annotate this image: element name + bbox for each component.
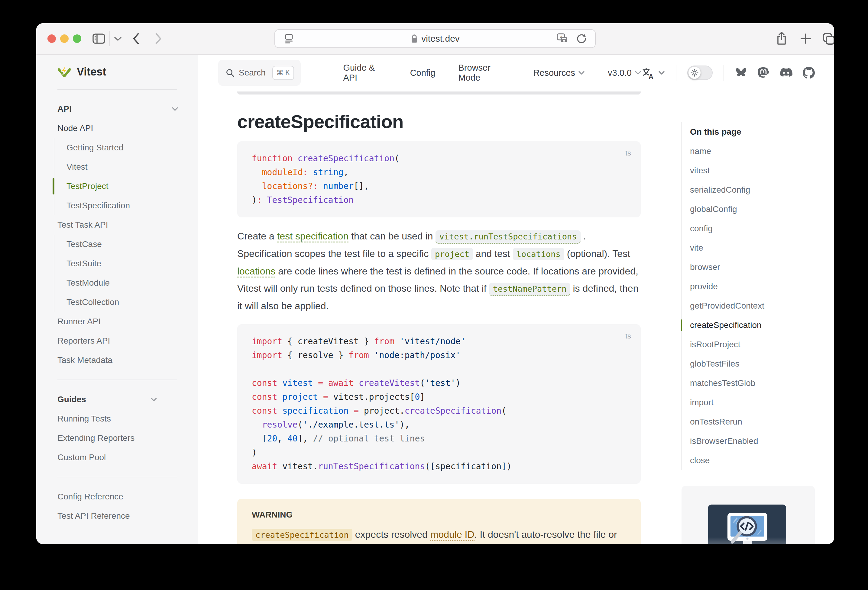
toc-item-close[interactable]: close <box>690 451 820 470</box>
vitest-logo-icon <box>58 65 71 79</box>
sidebar-item-testspecification[interactable]: TestSpecification <box>54 196 198 215</box>
page-title: createSpecification <box>237 111 641 132</box>
sidebar-item-getting-started[interactable]: Getting Started <box>54 138 198 157</box>
code-line: ): TestSpecification <box>252 193 626 207</box>
sidebar-item-testcase[interactable]: TestCase <box>54 235 198 254</box>
toc-item-ontestsrerun[interactable]: onTestsRerun <box>690 412 820 431</box>
warning-title: WARNING <box>252 510 626 520</box>
share-icon[interactable] <box>772 23 791 54</box>
toc-item-isrootproject[interactable]: isRootProject <box>690 335 820 354</box>
sidebar-item-testmodule[interactable]: TestModule <box>54 273 198 293</box>
on-this-page: On this page namevitestserializedConfigg… <box>681 122 820 544</box>
sidebar-item-runner-api[interactable]: Runner API <box>36 312 198 331</box>
doc-link[interactable]: test specification <box>277 231 349 243</box>
back-icon[interactable] <box>128 23 144 54</box>
text-run: (optional). Test <box>564 248 630 259</box>
discord-icon[interactable] <box>779 68 793 78</box>
sidebar-item-testcollection[interactable]: TestCollection <box>54 293 198 312</box>
code-lang-badge: ts <box>625 146 631 160</box>
sidebar-item-running-tests[interactable]: Running Tests <box>58 409 177 428</box>
sidebar-item-custom-pool[interactable]: Custom Pool <box>58 448 177 467</box>
sidebar-item-extending-reporters[interactable]: Extending Reporters <box>58 428 177 448</box>
browser-titlebar: vitest.dev A <box>36 23 834 54</box>
code-line: [20, 40], // optional test lines <box>252 432 626 446</box>
url-text[interactable]: vitest.dev <box>421 34 460 44</box>
nav-link-resources[interactable]: Resources <box>533 68 585 78</box>
bluesky-icon[interactable] <box>735 67 747 78</box>
doc-link[interactable]: module ID <box>430 529 474 541</box>
new-tab-icon[interactable] <box>797 23 815 54</box>
code-line: await vitest.runTestSpecifications([spec… <box>252 459 626 474</box>
nav-link-browser-mode[interactable]: Browser Mode <box>459 63 511 83</box>
sidebar-item-reporters-api[interactable]: Reporters API <box>36 331 198 350</box>
site-logo[interactable]: Vitest <box>58 54 177 90</box>
inline-code-link[interactable]: vitest.runTestSpecifications <box>435 230 580 244</box>
toc-item-browser[interactable]: browser <box>690 257 820 277</box>
theme-toggle[interactable] <box>687 66 713 80</box>
sidebar-item-testsuite[interactable]: TestSuite <box>54 254 198 273</box>
url-bar[interactable]: vitest.dev A <box>275 29 596 48</box>
code-line <box>252 362 626 376</box>
toc-item-matchestestglob[interactable]: matchesTestGlob <box>690 374 820 393</box>
language-icon[interactable]: A <box>641 66 665 79</box>
nav-link-v3-0-0[interactable]: v3.0.0 <box>608 68 641 78</box>
inline-code: createSpecification <box>252 529 353 541</box>
nav-link-guide-api[interactable]: Guide & API <box>343 63 387 83</box>
traffic-lights <box>47 34 81 43</box>
inline-code-link[interactable]: testNamePattern <box>489 282 570 296</box>
toc-item-provide[interactable]: provide <box>690 277 820 296</box>
text-run: Create a <box>237 231 277 241</box>
sidebar-item-vitest[interactable]: Vitest <box>54 157 198 177</box>
forward-icon[interactable] <box>151 23 166 54</box>
mastodon-icon[interactable] <box>757 67 769 79</box>
code-line: function createSpecification( <box>252 152 626 165</box>
sidebar-chevron-down-icon[interactable] <box>112 23 124 54</box>
sidebar-item-config-reference[interactable]: Config Reference <box>58 487 177 506</box>
tabs-icon[interactable] <box>820 23 834 54</box>
code-block-signature[interactable]: ts function createSpecification( moduleI… <box>237 141 641 218</box>
close-window-button[interactable] <box>47 34 56 43</box>
toc-item-globtestfiles[interactable]: globTestFiles <box>690 354 820 374</box>
sidebar-item-test-api-reference[interactable]: Test API Reference <box>58 506 177 526</box>
minimize-window-button[interactable] <box>60 34 69 43</box>
toc-item-vitest[interactable]: vitest <box>690 161 820 180</box>
toc-item-name[interactable]: name <box>690 141 820 161</box>
code-line: import { resolve } from 'node:path/posix… <box>252 349 626 362</box>
lock-icon <box>410 34 418 44</box>
text-run: that can be used in <box>348 231 435 241</box>
toc-item-serializedconfig[interactable]: serializedConfig <box>690 180 820 200</box>
toc-title: On this page <box>690 122 820 141</box>
zoom-window-button[interactable] <box>73 34 81 43</box>
sidebar-section-api[interactable]: API <box>36 99 198 119</box>
nav-link-config[interactable]: Config <box>410 68 435 78</box>
warning-callout: WARNING createSpecification expects reso… <box>237 499 641 544</box>
toc-item-config[interactable]: config <box>690 219 820 238</box>
doc-article: createSpecification ts function createSp… <box>237 91 641 544</box>
site-header: Search ⌘ K Guide & APIConfigBrowser Mode… <box>198 54 834 91</box>
search-input[interactable]: Search ⌘ K <box>218 60 301 86</box>
code-block-example[interactable]: ts import { createVitest } from 'vitest/… <box>237 324 641 484</box>
search-placeholder: Search <box>239 68 266 78</box>
sidebar-section-guides[interactable]: Guides <box>58 390 177 409</box>
text-run: and test <box>473 248 513 259</box>
sponsor-card[interactable] <box>682 486 815 544</box>
doc-link[interactable]: locations <box>237 266 275 278</box>
code-line: moduleId: string, <box>252 165 626 180</box>
sidebar-item-test-task-api[interactable]: Test Task API <box>36 215 198 235</box>
github-icon[interactable] <box>803 67 815 79</box>
toc-item-import[interactable]: import <box>690 393 820 412</box>
translate-icon[interactable]: A <box>554 30 570 47</box>
reload-icon[interactable] <box>574 30 588 47</box>
toc-item-vite[interactable]: vite <box>690 238 820 257</box>
sidebar-toggle-icon[interactable] <box>92 23 106 54</box>
sidebar-item-task-metadata[interactable]: Task Metadata <box>36 350 198 370</box>
toolbar-divider <box>109 31 110 46</box>
inline-code: locations <box>513 248 564 260</box>
doc-paragraph: Create a test specification that can be … <box>237 228 641 315</box>
toc-item-isbrowserenabled[interactable]: isBrowserEnabled <box>690 431 820 451</box>
toc-item-getprovidedcontext[interactable]: getProvidedContext <box>690 296 820 316</box>
toc-item-createspecification[interactable]: createSpecification <box>690 316 820 335</box>
toc-item-globalconfig[interactable]: globalConfig <box>690 200 820 219</box>
sidebar-item-testproject[interactable]: TestProject <box>54 177 198 196</box>
sidebar-item-node-api[interactable]: Node API <box>36 119 198 138</box>
